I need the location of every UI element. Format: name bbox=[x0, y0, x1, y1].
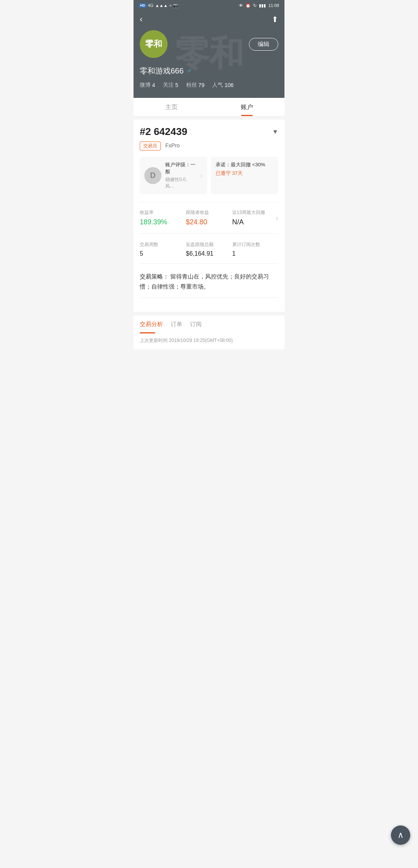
back-button[interactable]: ‹ bbox=[140, 15, 142, 24]
account-id-row: #2 642439 ▼ bbox=[140, 126, 278, 138]
battery-icon: ▮▮▮ bbox=[259, 3, 266, 8]
promise-card: 承诺：最大回撤 <30% 已遵守 37天 bbox=[211, 157, 278, 194]
time-display: 11:08 bbox=[268, 3, 279, 8]
stats-row: 微博 4 关注 5 粉丝 79 人气 106 bbox=[140, 82, 278, 89]
total-follow-label: 实盘跟随总额 bbox=[186, 241, 232, 248]
follower-profit-value: $24.80 bbox=[186, 218, 232, 226]
app-icon: 📷 bbox=[173, 3, 178, 8]
stat-weibo: 微博 4 bbox=[140, 82, 155, 89]
account-id: #2 642439 bbox=[140, 126, 187, 138]
stat-fans: 粉丝 79 bbox=[186, 82, 205, 89]
bottom-tab-analysis[interactable]: 交易分析 bbox=[140, 315, 171, 333]
days-value: 37天 bbox=[232, 170, 243, 176]
subscriptions-value: 1 bbox=[232, 250, 278, 257]
promise-title: 承诺：最大回撤 <30% bbox=[216, 161, 274, 168]
days-label: 已遵守 bbox=[216, 170, 231, 176]
trade-weeks-label: 交易周数 bbox=[140, 241, 186, 248]
tab-account[interactable]: 账户 bbox=[209, 98, 284, 116]
metric-trade-weeks: 交易周数 5 bbox=[140, 241, 186, 257]
bottom-tabs: 交易分析 订单 订阅 bbox=[134, 315, 284, 333]
following-value: 5 bbox=[175, 82, 178, 88]
grade-card-text: 账户评级：一般 稳健性0.0、风... bbox=[165, 161, 197, 190]
eye-icon: 👁 bbox=[239, 3, 243, 8]
profile-info: 零和 编辑 bbox=[140, 30, 278, 58]
metrics-row-1[interactable]: 收益率 189.39% 跟随者收益 $24.80 近13周最大回撤 N/A bbox=[140, 202, 278, 234]
account-content: #2 642439 ▼ 交易员 FxPro D 账户评级：一般 稳健性0.0、风… bbox=[134, 120, 284, 312]
popularity-value: 106 bbox=[224, 82, 233, 88]
stat-popularity: 人气 106 bbox=[212, 82, 233, 89]
bottom-tab-subscriptions[interactable]: 订阅 bbox=[190, 315, 209, 333]
main-tabs: 主页 账户 bbox=[134, 98, 284, 116]
alarm-icon: ⏰ bbox=[245, 3, 251, 8]
metric-subscriptions: 累计订阅次数 1 bbox=[232, 241, 278, 257]
tag-fxpro: FxPro bbox=[164, 142, 181, 150]
share-button[interactable]: ⬆ bbox=[272, 15, 278, 24]
max-drawdown-value: N/A bbox=[232, 218, 278, 226]
dropdown-arrow-icon[interactable]: ▼ bbox=[272, 128, 278, 135]
edit-button[interactable]: 编辑 bbox=[249, 38, 278, 51]
metric-total-follow: 实盘跟随总额 $6,164.91 bbox=[186, 241, 232, 257]
fans-label: 粉丝 bbox=[186, 82, 197, 89]
tab-home[interactable]: 主页 bbox=[134, 98, 209, 116]
status-right: 👁 ⏰ ↻ ▮▮▮ 11:08 bbox=[239, 3, 279, 8]
metric-max-drawdown: 近13周最大回撤 N/A bbox=[232, 205, 278, 230]
strategy-section: 交易策略： 留得青山在，风控优先；良好的交易习惯；自律性强；尊重市场。 bbox=[140, 272, 278, 298]
trade-weeks-value: 5 bbox=[140, 250, 186, 257]
metrics-row-2: 交易周数 5 实盘跟随总额 $6,164.91 累计订阅次数 1 bbox=[140, 241, 278, 264]
following-label: 关注 bbox=[163, 82, 174, 89]
subscriptions-label: 累计订阅次数 bbox=[232, 241, 278, 248]
profit-rate-label: 收益率 bbox=[140, 209, 186, 216]
tags-row: 交易员 FxPro bbox=[140, 142, 278, 150]
fans-value: 79 bbox=[199, 82, 205, 88]
profit-rate-value: 189.39% bbox=[140, 218, 186, 226]
hd-badge: HD bbox=[139, 3, 146, 8]
strategy-label: 交易策略： bbox=[140, 273, 169, 280]
header-nav: ‹ ⬆ bbox=[140, 15, 278, 24]
grade-circle: D bbox=[144, 167, 161, 184]
weibo-label: 微博 bbox=[140, 82, 151, 89]
weibo-value: 4 bbox=[152, 82, 155, 88]
max-drawdown-label: 近13周最大回撤 bbox=[232, 209, 278, 216]
status-bar: HD 4G ▲▲▲ ≈ 📷 👁 ⏰ ↻ ▮▮▮ 11:08 bbox=[134, 0, 284, 11]
update-time: 上次更新时间 2019/10/29 19:25(GMT+08:00) bbox=[134, 333, 284, 349]
network-indicator: 4G bbox=[148, 3, 154, 8]
grade-card-arrow-icon: › bbox=[200, 172, 202, 179]
stat-following: 关注 5 bbox=[163, 82, 178, 89]
total-follow-value: $6,164.91 bbox=[186, 250, 232, 257]
metric-follower-profit: 跟随者收益 $24.80 bbox=[186, 205, 232, 230]
tag-trader: 交易员 bbox=[140, 142, 161, 150]
wifi-icon: ≈ bbox=[169, 3, 171, 8]
profile-header: 零和 ‹ ⬆ 零和 编辑 零和游戏666 ♂ 微博 4 关注 5 粉丝 79 人… bbox=[134, 11, 284, 98]
username-text: 零和游戏666 bbox=[140, 66, 183, 76]
bottom-tab-orders[interactable]: 订单 bbox=[171, 315, 190, 333]
metric-profit-rate: 收益率 189.39% bbox=[140, 205, 186, 230]
info-cards: D 账户评级：一般 稳健性0.0、风... › 承诺：最大回撤 <30% 已遵守… bbox=[140, 157, 278, 194]
popularity-label: 人气 bbox=[212, 82, 223, 89]
status-left: HD 4G ▲▲▲ ≈ 📷 bbox=[139, 3, 178, 8]
grade-card[interactable]: D 账户评级：一般 稳健性0.0、风... › bbox=[140, 157, 207, 194]
follower-profit-label: 跟随者收益 bbox=[186, 209, 232, 216]
grade-title: 账户评级：一般 bbox=[165, 161, 197, 175]
avatar: 零和 bbox=[140, 30, 168, 58]
sync-icon: ↻ bbox=[253, 3, 257, 8]
username-row: 零和游戏666 ♂ bbox=[140, 66, 278, 76]
gender-icon: ♂ bbox=[187, 67, 192, 75]
grade-sub: 稳健性0.0、风... bbox=[165, 176, 197, 190]
promise-days: 已遵守 37天 bbox=[216, 170, 274, 177]
signal-icon: ▲▲▲ bbox=[155, 3, 168, 8]
